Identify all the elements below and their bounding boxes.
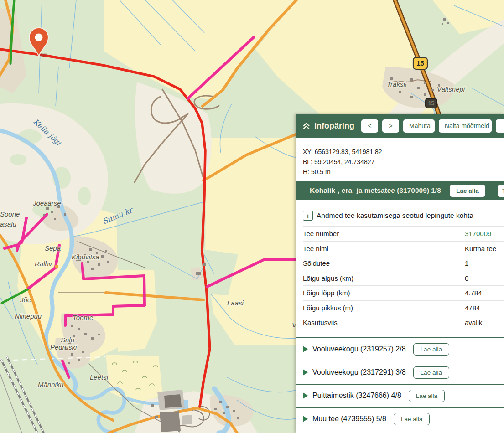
info-icon: i <box>303 211 313 221</box>
road-shield-15: 15 <box>413 57 427 69</box>
label-traksi: Traksi <box>387 80 405 88</box>
table-row: Lõigu pikkus (m) 4784 <box>303 301 504 316</box>
label-sepa: Sepa <box>45 244 61 252</box>
clipped-header-button[interactable] <box>496 119 504 133</box>
label-ralhv: Ralhv <box>35 260 53 268</box>
label-joeaarse: Jõeäärse <box>32 199 61 207</box>
svg-text:15: 15 <box>428 100 435 107</box>
expand-triangle-icon[interactable] <box>303 369 308 376</box>
attr-value: avalik <box>461 315 504 330</box>
attr-value: 4.784 <box>461 286 504 300</box>
table-row: Lõigu lõpp (km) 4.784 <box>303 286 504 301</box>
download-button[interactable]: Lae alla <box>413 343 449 356</box>
junction-dot <box>55 265 58 268</box>
expand-triangle-icon[interactable] <box>303 416 308 422</box>
attr-value-link[interactable]: 3170009 <box>461 227 504 241</box>
info-note-text: Andmed tee kasutamisega seotud lepingute… <box>317 211 473 220</box>
collapsed-feature-title: Puittaimestik (3247666) 4/8 <box>312 392 401 400</box>
download-button[interactable]: Lae alla <box>394 413 430 425</box>
table-row: Tee nimi Kurtna tee <box>303 242 504 257</box>
panel-header: Infopäring < > Mahuta Näita mõõtmeid <box>296 114 504 138</box>
attr-value: Kurtna tee <box>461 242 504 256</box>
collapsed-feature-row[interactable]: Muu tee (4739555) 5/8 Lae alla <box>296 408 504 430</box>
attr-value: 4784 <box>461 301 504 315</box>
label-niinepuu: Niinepuu <box>15 312 42 320</box>
info-panel: Infopäring < > Mahuta Näita mõõtmeid XY:… <box>296 114 504 433</box>
mahuta-button[interactable]: Mahuta <box>403 119 435 133</box>
coord-bl: BL: 59.20454, 24.734827 <box>303 157 504 167</box>
label-manniku: Männiku <box>38 381 64 388</box>
collapsed-feature-list: Vooluveekogu (2319257) 2/8 Lae alla Vool… <box>296 337 504 430</box>
clipped-section-button[interactable]: T <box>498 185 504 197</box>
attr-value: 0 <box>461 271 504 286</box>
next-result-button[interactable]: > <box>382 119 399 133</box>
collapsed-feature-title: Muu tee (4739555) 5/8 <box>312 415 386 423</box>
label-leetsi: Leetsi <box>90 373 109 381</box>
label-kibuvitsa: Kibuvitsa <box>72 253 99 261</box>
naita-mootmeid-button[interactable]: Näita mõõtmeid <box>439 119 492 133</box>
attr-label: Kasutusviis <box>303 319 461 326</box>
download-button[interactable]: Lae alla <box>413 366 449 379</box>
prev-result-button[interactable]: < <box>361 119 378 133</box>
coord-xy: XY: 6563129.83, 541981.82 <box>303 147 504 157</box>
attr-label: Lõigu pikkus (m) <box>303 304 461 312</box>
table-row: Sõidutee 1 <box>303 256 504 271</box>
collapsed-feature-title: Vooluveekogu (2317291) 3/8 <box>312 368 406 376</box>
feature-section-title: Kohalik-, era- ja metsatee (3170009) 1/8 <box>310 186 441 195</box>
collapsed-feature-row[interactable]: Vooluveekogu (2317291) 3/8 Lae alla <box>296 361 504 385</box>
coord-h: H: 50.5 m <box>303 167 504 177</box>
attr-value: 1 <box>461 256 504 271</box>
coordinates-block: XY: 6563129.83, 541981.82 BL: 59.20454, … <box>296 138 504 181</box>
label-kasalu: asalu <box>0 220 17 228</box>
collapsed-feature-row[interactable]: Vooluveekogu (2319257) 2/8 Lae alla <box>296 338 504 361</box>
download-button[interactable]: Lae alla <box>409 390 445 402</box>
attr-label: Tee nimi <box>303 245 461 253</box>
table-row: Tee number 3170009 <box>303 227 504 242</box>
download-button[interactable]: Lae alla <box>450 185 485 197</box>
attr-label: Sõidutee <box>303 259 461 267</box>
svg-text:15: 15 <box>416 59 424 67</box>
label-salu: Salu <box>61 336 75 344</box>
attr-label: Tee number <box>303 230 461 237</box>
info-note-row: i Andmed tee kasutamisega seotud lepingu… <box>296 200 504 226</box>
collapsed-feature-title: Vooluveekogu (2319257) 2/8 <box>312 345 406 353</box>
collapse-chevrons-icon[interactable] <box>302 122 310 130</box>
label-joe: Jõe <box>20 296 31 304</box>
table-row: Kasutusviis avalik <box>303 315 504 330</box>
app-window: 15 15 Keila jõgi Siimu kr Traksi Valtsne… <box>0 0 504 433</box>
label-toome: Toome <box>73 314 93 321</box>
attr-label: Lõigu lõpp (km) <box>303 289 461 297</box>
label-soone: Soone <box>0 210 20 218</box>
panel-title: Infopäring <box>314 121 354 131</box>
attr-label: Lõigu algus (km) <box>303 274 461 282</box>
table-row: Lõigu algus (km) 0 <box>303 271 504 286</box>
expand-triangle-icon[interactable] <box>303 392 308 399</box>
label-valtsnepi: Valtsnepi <box>437 85 465 93</box>
road-shield-15-dark: 15 <box>426 98 437 108</box>
label-laasi: Laasi <box>227 299 244 307</box>
feature-section-header[interactable]: Kohalik-, era- ja metsatee (3170009) 1/8… <box>296 181 504 200</box>
collapsed-feature-row[interactable]: Puittaimestik (3247666) 4/8 Lae alla <box>296 385 504 408</box>
label-pedruski: Pedruski <box>50 343 77 351</box>
attribute-table: Tee number 3170009 Tee nimi Kurtna tee S… <box>303 226 504 330</box>
expand-triangle-icon[interactable] <box>303 346 308 352</box>
